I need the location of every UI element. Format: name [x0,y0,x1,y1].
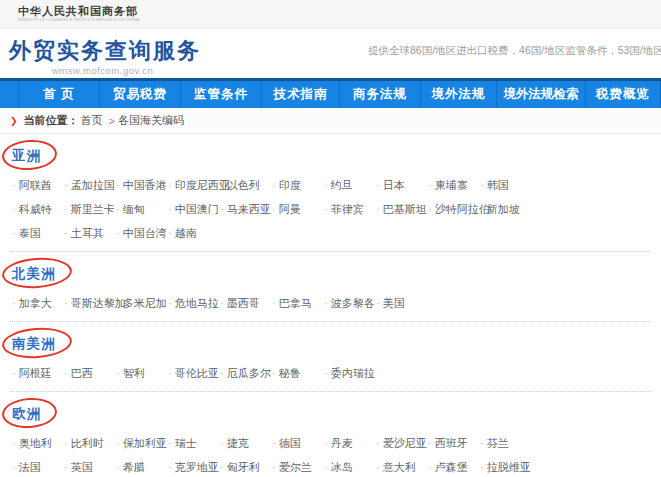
country-link[interactable]: ·阿曼 [272,197,324,221]
country-link[interactable]: ·英国 [64,455,116,477]
country-link[interactable]: ·德国 [272,431,324,455]
country-link[interactable]: ·巴拿马 [272,291,324,315]
nav-tab-6[interactable]: 境外法规 [420,81,496,108]
country-link[interactable]: ·加拿大 [12,291,64,315]
country-name: 瑞士 [175,437,197,449]
country-link[interactable]: ·巴西 [64,361,116,385]
country-link[interactable]: ·厄瓜多尔 [220,361,272,385]
bullet-dot: · [64,179,68,191]
country-link[interactable]: ·爱尔兰 [272,455,324,477]
country-name: 秘鲁 [279,367,301,379]
country-name: 希腊 [123,461,145,473]
bullet-dot: · [168,297,172,309]
country-link[interactable]: ·中国台湾 [116,221,168,245]
bullet-dot: · [324,179,328,191]
country-link[interactable]: ·芬兰 [480,431,532,455]
country-link[interactable]: ·哥斯达黎加 [64,291,116,315]
country-link[interactable]: ·印度尼西亚 [168,173,220,197]
country-link[interactable]: ·意大利 [376,455,428,477]
country-link[interactable]: ·墨西哥 [220,291,272,315]
bullet-dot: · [428,461,432,473]
country-link[interactable]: ·保加利亚 [116,431,168,455]
country-grid: ·奥地利·比利时·保加利亚·瑞士·捷克·德国·丹麦·爱沙尼亚·西班牙·芬兰·法国… [12,431,651,477]
country-link[interactable]: ·以色列 [220,173,272,197]
country-link[interactable]: ·丹麦 [324,431,376,455]
country-grid: ·加拿大·哥斯达黎加·多米尼加·危地马拉·墨西哥·巴拿马·波多黎各·美国 [12,291,651,315]
country-link[interactable]: ·比利时 [64,431,116,455]
country-link[interactable]: ·约旦 [324,173,376,197]
country-link[interactable]: ·智利 [116,361,168,385]
country-link[interactable]: ·新加坡 [480,197,532,221]
country-link[interactable]: ·日本 [376,173,428,197]
country-link[interactable]: ·中国香港 [116,173,168,197]
country-link[interactable]: ·多米尼加 [116,291,168,315]
country-link[interactable]: ·捷克 [220,431,272,455]
nav-tab-4[interactable]: 技术指南 [261,81,339,108]
nav-tab-5[interactable]: 商务法规 [339,81,420,108]
country-link[interactable]: ·瑞士 [168,431,220,455]
country-link[interactable]: ·越南 [168,221,220,245]
country-link[interactable]: ·克罗地亚 [168,455,220,477]
country-link[interactable]: ·拉脱维亚 [480,455,532,477]
region-section: 南美洲·阿根廷·巴西·智利·哥伦比亚·厄瓜多尔·秘鲁·委内瑞拉 [10,322,651,392]
region-title-link[interactable]: 欧洲 [12,406,41,421]
bullet-dot: · [272,179,276,191]
country-link[interactable]: ·土耳其 [64,221,116,245]
country-link[interactable]: ·菲律宾 [324,197,376,221]
country-link[interactable]: ·秘鲁 [272,361,324,385]
country-link[interactable]: ·法国 [12,455,64,477]
country-link[interactable]: ·阿根廷 [12,361,64,385]
country-link[interactable]: ·马来西亚 [220,197,272,221]
bullet-dot: · [376,461,380,473]
country-link[interactable]: ·委内瑞拉 [324,361,376,385]
country-link[interactable]: ·卢森堡 [428,455,480,477]
country-link[interactable]: ·巴基斯坦 [376,197,428,221]
bullet-dot: · [12,227,16,239]
country-link[interactable]: ·希腊 [116,455,168,477]
country-link[interactable]: ·危地马拉 [168,291,220,315]
country-link[interactable]: ·中国澳门 [168,197,220,221]
country-link[interactable]: ·西班牙 [428,431,480,455]
bullet-dot: · [480,461,484,473]
nav-tab-7[interactable]: 境外法规检索 [496,81,585,108]
country-link[interactable]: ·爱沙尼亚 [376,431,428,455]
country-name: 斯里兰卡 [71,203,115,215]
country-link[interactable]: ·科威特 [12,197,64,221]
country-link[interactable]: ·冰岛 [324,455,376,477]
bullet-dot: · [428,437,432,449]
bullet-dot: · [428,179,432,191]
country-link[interactable]: ·韩国 [480,173,532,197]
nav-tab-2[interactable]: 贸易税费 [99,81,180,108]
bullet-dot: · [480,179,484,191]
country-link[interactable]: ·斯里兰卡 [64,197,116,221]
country-link[interactable]: ·印度 [272,173,324,197]
region-title-link[interactable]: 亚洲 [12,148,41,163]
nav-tab-8[interactable]: 税费概览 [585,81,661,108]
bullet-dot: · [12,297,16,309]
bullet-dot: · [168,461,172,473]
country-link[interactable]: ·波多黎各 [324,291,376,315]
country-name: 阿根廷 [19,367,52,379]
country-link[interactable]: ·美国 [376,291,428,315]
bullet-dot: · [12,437,16,449]
country-link[interactable]: ·柬埔寨 [428,173,480,197]
country-name: 奥地利 [19,437,52,449]
region-heading: 北美洲 [12,264,56,283]
country-link[interactable]: ·奥地利 [12,431,64,455]
country-link[interactable]: ·缅甸 [116,197,168,221]
bullet-dot: · [272,437,276,449]
country-link[interactable]: ·哥伦比亚 [168,361,220,385]
nav-tab-3[interactable]: 监管条件 [180,81,261,108]
nav-tab-1[interactable]: 首 页 [18,81,99,108]
country-name: 丹麦 [331,437,353,449]
country-link[interactable]: ·沙特阿拉伯 [428,197,480,221]
country-link[interactable]: ·阿联酋 [12,173,64,197]
country-link[interactable]: ·孟加拉国 [64,173,116,197]
breadcrumb-home-link[interactable]: 首页 [81,113,103,128]
country-link[interactable]: ·匈牙利 [220,455,272,477]
bullet-dot: · [168,227,172,239]
region-title-link[interactable]: 南美洲 [12,336,56,351]
country-link[interactable]: ·泰国 [12,221,64,245]
bullet-dot: · [272,297,276,309]
region-title-link[interactable]: 北美洲 [12,266,56,281]
